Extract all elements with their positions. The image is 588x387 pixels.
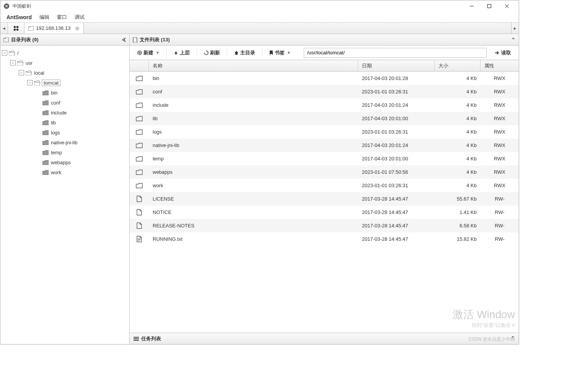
tree-node[interactable]: conf <box>2 98 128 108</box>
table-row[interactable]: lib2017-04-03 20:01:004 KbRWX <box>130 112 519 125</box>
file-name: webapps <box>149 169 358 175</box>
tree-label: bin <box>50 90 58 96</box>
plus-icon <box>137 51 142 55</box>
table-row[interactable]: RUNNING.txt2017-03-28 14:45:4715.82 KbRW… <box>130 232 519 246</box>
folder-icon <box>42 100 49 105</box>
titlebar: 中国蚁剑 <box>0 0 519 12</box>
content: 文件列表 (13) ⌃ 新建 ▼ 上层 刷新 <box>130 34 519 344</box>
col-attr[interactable]: 属性 <box>480 60 519 71</box>
svg-rect-5 <box>14 26 16 28</box>
tree-node[interactable]: logs <box>2 127 128 137</box>
tree-node[interactable]: temp <box>2 147 128 157</box>
file-date: 2017-04-03 20:01:00 <box>358 116 435 121</box>
tab-scroll-left[interactable]: ◂ <box>0 23 8 34</box>
tree-node[interactable]: −tomcat <box>2 78 128 88</box>
maximize-button[interactable] <box>480 0 498 12</box>
sidebar: 目录列表 (9) ∢ −/−usr−local−tomcatbinconfinc… <box>0 34 130 344</box>
tab-host[interactable]: 192.168.136.13 ⊗ <box>24 23 84 34</box>
svg-rect-2 <box>488 5 491 8</box>
file-table: 名称 日期 大小 属性 bin2017-04-03 20:01:284 KbRW… <box>130 60 519 333</box>
content-collapse-icon[interactable]: ⌃ <box>511 37 516 43</box>
folder-icon <box>42 150 49 155</box>
menu-edit[interactable]: 编辑 <box>36 12 53 22</box>
table-row[interactable]: temp2017-04-03 20:01:004 KbRWX <box>130 152 519 165</box>
folder-icon <box>42 160 49 165</box>
menu-debug[interactable]: 调试 <box>71 12 88 22</box>
file-size: 55.67 Kb <box>435 196 480 202</box>
file-date: 2017-03-28 14:45:47 <box>358 223 435 229</box>
table-row[interactable]: bin2017-04-03 20:01:284 KbRWX <box>130 72 519 85</box>
menu-window[interactable]: 窗口 <box>53 12 71 22</box>
app-title: 中国蚁剑 <box>13 3 463 10</box>
tree-node[interactable]: lib <box>2 118 128 127</box>
table-row[interactable]: NOTICE2017-03-28 14:45:471.41 KbRW- <box>130 206 519 219</box>
table-row[interactable]: webapps2023-01-01 07:50:564 KbRWX <box>130 165 519 179</box>
folder-open-icon <box>9 51 15 56</box>
col-name[interactable]: 名称 <box>149 60 358 71</box>
tree-toggle[interactable]: − <box>19 70 24 75</box>
arrow-up-icon <box>174 51 178 55</box>
tree-toggle[interactable]: − <box>10 60 16 65</box>
tab-home[interactable] <box>8 23 24 34</box>
taskbar-title: 任务列表 <box>141 335 161 342</box>
file-name: native-jni-lib <box>149 142 358 148</box>
table-row[interactable]: native-jni-lib2017-04-03 20:01:244 KbRWX <box>130 139 519 152</box>
file-size: 4 Kb <box>435 116 480 121</box>
folder-icon <box>42 140 49 145</box>
file-name: NOTICE <box>149 209 358 215</box>
folder-icon <box>130 129 149 135</box>
table-row[interactable]: LICENSE2017-03-28 14:45:4755.67 KbRW- <box>130 192 519 206</box>
refresh-button[interactable]: 刷新 <box>200 48 224 58</box>
minimize-button[interactable] <box>463 0 480 12</box>
table-row[interactable]: RELEASE-NOTES2017-03-28 14:45:476.58 KbR… <box>130 219 519 232</box>
table-row[interactable]: conf2023-01-01 03:26:314 KbRWX <box>130 85 519 98</box>
tree-node[interactable]: −local <box>2 68 128 78</box>
table-row[interactable]: include2017-04-03 20:01:244 KbRWX <box>130 98 519 112</box>
folder-icon <box>130 75 149 81</box>
chevron-down-icon: ▼ <box>156 51 160 55</box>
path-input[interactable] <box>304 48 487 58</box>
col-size[interactable]: 大小 <box>435 60 480 71</box>
tree-toggle[interactable]: − <box>27 80 33 85</box>
file-size: 6.58 Kb <box>435 223 480 229</box>
file-size: 4 Kb <box>435 89 480 95</box>
file-date: 2017-04-03 20:01:24 <box>358 142 435 148</box>
new-button[interactable]: 新建 ▼ <box>134 48 163 58</box>
tree-node[interactable]: bin <box>2 88 128 98</box>
file-name: work <box>149 183 358 188</box>
file-attr: RWX <box>480 75 519 81</box>
tree-label: lib <box>50 119 57 126</box>
tab-scroll-right[interactable]: ▸ <box>511 23 519 34</box>
menu-antsword[interactable]: AntSword <box>3 13 36 22</box>
tree-label: / <box>16 50 20 56</box>
tree-toggle[interactable]: − <box>2 50 7 56</box>
taskbar-expand-icon[interactable]: ⌃ <box>511 335 515 341</box>
col-date[interactable]: 日期 <box>358 60 435 71</box>
app-icon <box>3 3 10 9</box>
up-button[interactable]: 上层 <box>170 48 194 58</box>
chevron-down-icon: ▼ <box>287 51 291 55</box>
tree-node[interactable]: −usr <box>2 58 128 68</box>
tree-node[interactable]: include <box>2 108 128 118</box>
tree-node[interactable]: −/ <box>2 48 128 58</box>
close-button[interactable] <box>498 0 516 12</box>
tree-node[interactable]: work <box>2 167 128 177</box>
file-name: logs <box>149 129 358 135</box>
folder-icon <box>42 170 49 175</box>
tree-node[interactable]: native-jni-lib <box>2 137 128 147</box>
tree-label: usr <box>25 60 33 66</box>
table-row[interactable]: work2023-01-01 03:26:314 KbRWX <box>130 179 519 192</box>
file-attr: RWX <box>480 156 519 162</box>
directory-panel-header: 目录列表 (9) ∢ <box>0 34 129 46</box>
col-icon[interactable] <box>130 60 149 71</box>
sidebar-collapse-icon[interactable]: ∢ <box>122 37 126 43</box>
folder-open-icon <box>26 70 32 75</box>
bookmark-button[interactable]: 书签 ▼ <box>265 48 295 58</box>
tab-close-icon[interactable]: ⊗ <box>75 25 80 31</box>
tree-node[interactable]: webapps <box>2 157 128 167</box>
file-name: lib <box>149 116 358 121</box>
home-button[interactable]: 主目录 <box>230 48 259 58</box>
read-button[interactable]: 读取 <box>491 48 515 58</box>
table-row[interactable]: logs2023-01-01 03:26:314 KbRWX <box>130 125 519 139</box>
folder-icon <box>42 110 49 115</box>
